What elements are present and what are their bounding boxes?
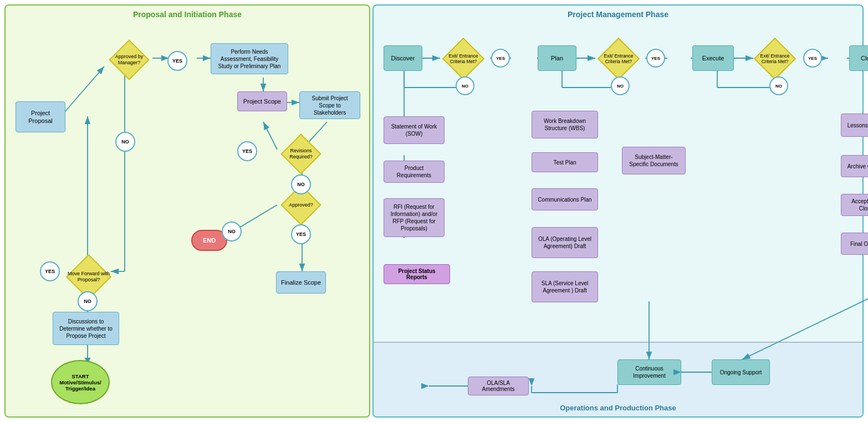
sow-box: Statement of Work (SOW) bbox=[384, 116, 445, 144]
start-box: START Motive/Stimulus/ Trigger/Idea bbox=[51, 360, 110, 404]
no-e1-circle: NO bbox=[456, 76, 474, 95]
discussions-box: Discussions to Determine whether to Prop… bbox=[53, 312, 119, 345]
finalize-scope-box: Finalize Scope bbox=[276, 271, 326, 294]
project-proposal: Project Proposal bbox=[16, 101, 65, 132]
execute-box: Execute bbox=[692, 45, 734, 71]
svg-line-7 bbox=[263, 122, 277, 150]
operations-section: Operations and Production Phase OLA/SLA … bbox=[374, 342, 862, 416]
left-phase-title: Proposal and Initiation Phase bbox=[6, 6, 369, 21]
right-phase-title: Project Management Phase bbox=[374, 6, 862, 21]
final-ola-sla-box: Final OLA/SLA bbox=[841, 233, 868, 255]
rfi-box: RFI (Request for Information) and/or RFP… bbox=[384, 198, 445, 237]
no1-circle: NO bbox=[115, 132, 135, 152]
yes2-circle: YES bbox=[237, 141, 257, 161]
perform-needs-box: Perform Needs Assessment, Feasibility St… bbox=[211, 43, 288, 74]
ola-sla-amendments-box: OLA/SLA Amendments bbox=[468, 373, 529, 399]
project-scope-box: Project Scope bbox=[237, 91, 287, 111]
ola-draft-box: OLA (Operating Level Agreement) Draft bbox=[532, 227, 598, 258]
yes-e2-circle: YES bbox=[646, 49, 665, 68]
close-box: Close bbox=[849, 45, 868, 71]
no2-circle: NO bbox=[78, 291, 98, 311]
continuous-improvement-box: Continuous Improvement bbox=[617, 359, 681, 385]
right-panel: Project Management Phase bbox=[372, 4, 864, 418]
no-e3-circle: NO bbox=[769, 76, 788, 95]
no-approved-circle: NO bbox=[222, 222, 242, 241]
no-e2-circle: NO bbox=[611, 76, 630, 95]
plan-box: Plan bbox=[538, 45, 576, 71]
no-revisions-circle: NO bbox=[291, 174, 311, 194]
exit1-diamond: Exit/ Entrance Criteria Met? bbox=[438, 42, 489, 76]
yes-e3-circle: YES bbox=[803, 49, 822, 68]
test-plan-box: Test Plan bbox=[532, 152, 598, 172]
wbs-box: Work Breakdown Structure (WBS) bbox=[532, 111, 598, 138]
yes-e1-circle: YES bbox=[491, 49, 510, 68]
ongoing-support-box: Ongoing Support bbox=[712, 359, 770, 385]
ops-phase-title: Operations and Production Phase bbox=[560, 404, 676, 412]
project-status-box: Project Status Reports bbox=[384, 260, 450, 288]
yes3-circle: YES bbox=[40, 261, 60, 281]
yes-approved-circle: YES bbox=[291, 224, 311, 244]
exit2-diamond: Exit/ Entrance Criteria Met? bbox=[593, 42, 644, 76]
discover-box: Discover bbox=[384, 45, 422, 71]
move-forward-diamond: Move Forward with Proposal? bbox=[59, 258, 119, 296]
left-panel: Proposal and Initiation Phase bbox=[4, 4, 370, 418]
acceptance-box: Acceptance & Closure bbox=[841, 194, 868, 216]
main-container: Proposal and Initiation Phase bbox=[0, 0, 868, 422]
approved-by-manager-diamond: Approved by Manager? bbox=[104, 43, 154, 76]
submit-scope-box: Submit Project Scope to Stakeholders bbox=[299, 91, 360, 119]
svg-line-1 bbox=[61, 66, 104, 116]
subject-matter-box: Subject-Matter-Specific Documents bbox=[622, 147, 686, 174]
exit3-diamond: Exit/ Entrance Criteria Met? bbox=[749, 42, 800, 76]
comm-plan-box: Communications Plan bbox=[532, 188, 598, 210]
sla-draft-box: SLA (Service Level Agreement ) Draft bbox=[532, 271, 598, 302]
yes1-circle: YES bbox=[167, 51, 187, 71]
lessons-learned-box: Lessons Learned bbox=[841, 114, 868, 137]
archive-checklist-box: Archive Checklist bbox=[841, 155, 868, 177]
svg-line-41 bbox=[742, 299, 868, 359]
revisions-diamond: Revisions Required? bbox=[276, 137, 326, 171]
product-req-box: Product Requirements bbox=[384, 161, 445, 183]
